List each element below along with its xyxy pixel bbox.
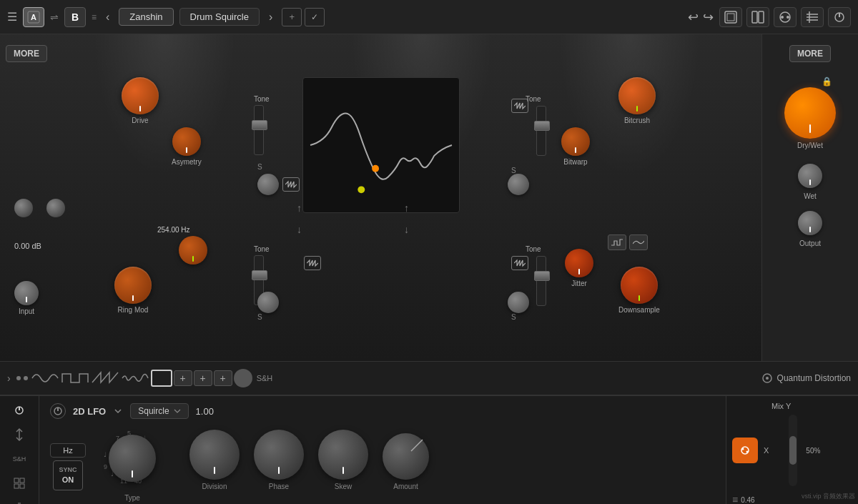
type-knob[interactable] (109, 435, 156, 482)
add-modulation-button[interactable]: + (282, 8, 302, 26)
amount-knob-group: Amount (383, 433, 429, 490)
view-1-button[interactable] (719, 7, 742, 27)
downsample-knob[interactable] (621, 267, 658, 304)
view-3-button[interactable] (774, 7, 797, 27)
shape-sine-btn[interactable] (31, 370, 59, 387)
scrollbar[interactable] (789, 415, 797, 486)
asymetry-knob[interactable] (172, 127, 201, 156)
division-knob-group: Division (189, 430, 240, 490)
tone4-label: Tone (526, 245, 541, 253)
s-label-4[interactable]: S (511, 313, 516, 321)
power-button[interactable] (828, 7, 851, 27)
right-tone1-fader[interactable] (536, 106, 546, 156)
lfo-shape-bar: › + + + S&H (0, 361, 858, 395)
power-icon[interactable] (9, 402, 29, 419)
fx-x-button[interactable] (732, 438, 758, 463)
settings-icon[interactable]: ≡ (92, 12, 97, 22)
right-panel: Tone Tone S S Bitcrush (504, 34, 761, 361)
grid-icon[interactable] (9, 475, 29, 492)
more-button-left[interactable]: MORE (6, 45, 47, 62)
jitter-knob[interactable] (565, 249, 593, 277)
preset-b-button[interactable]: B (64, 7, 86, 27)
scroll-up-right[interactable]: ↑ (404, 202, 409, 214)
add-shape-btn-2[interactable]: + (194, 370, 212, 386)
tone-sm-knob-4-ctrl[interactable] (508, 292, 529, 313)
amount-knob-wrap (383, 433, 429, 480)
downsample-label: Downsample (618, 306, 660, 314)
preset-name[interactable]: Zanshin (119, 8, 173, 26)
ringmod-knob[interactable] (114, 267, 152, 304)
transfer-icon[interactable]: ⇌ (50, 11, 59, 23)
scrollbar-thumb[interactable] (789, 436, 797, 465)
right-tone2-thumb[interactable] (534, 271, 550, 281)
svg-point-20 (766, 377, 769, 380)
drywet-indicator (809, 124, 811, 133)
circle-btn[interactable] (234, 369, 252, 387)
undo-button[interactable]: ↩ (688, 9, 699, 25)
preset-variant[interactable]: Drum Squircle (179, 8, 260, 26)
input-knob-container: Input (14, 281, 39, 315)
small-knob-2[interactable] (46, 199, 65, 217)
arrow-icon[interactable] (9, 426, 29, 443)
main-area: MORE Drive Asymetry 0.00 dB (0, 34, 858, 361)
sh-icon[interactable]: S&H (9, 450, 29, 468)
wet-knob[interactable] (798, 164, 822, 188)
drywet-label: Dry/Wet (797, 142, 823, 149)
sync-button[interactable]: SYNC ON (53, 460, 83, 490)
output-knob[interactable] (798, 211, 822, 235)
waveform-display[interactable] (302, 77, 460, 213)
bitcrush-knob[interactable] (618, 77, 656, 114)
preset-a-button[interactable]: A (23, 7, 44, 27)
lfo-squircle-dropdown[interactable]: Squircle (130, 403, 188, 419)
svg-point-38 (742, 448, 744, 450)
bottom-bar: S&H 2D LFO Squircle 1.00 (0, 395, 858, 504)
shape-square-btn[interactable] (61, 370, 89, 387)
hz-btn[interactable]: Hz (50, 443, 86, 458)
right-tone2-fader[interactable] (536, 256, 546, 306)
lock-icon[interactable]: 🔒 (822, 76, 832, 87)
add-shape-btn-3[interactable]: + (214, 370, 232, 386)
jitter-label: Jitter (571, 280, 587, 287)
bitwarp-knob[interactable] (561, 127, 590, 156)
skew-knob[interactable] (318, 430, 368, 480)
value-046: 0.46 (741, 496, 754, 504)
freq-knob[interactable] (179, 236, 207, 265)
waveform-toggle-rp[interactable] (511, 256, 528, 270)
scroll-down-right[interactable]: ↓ (404, 224, 409, 235)
confirm-button[interactable]: ✓ (305, 8, 325, 26)
step-icon-1[interactable] (608, 234, 626, 250)
input-knob[interactable] (14, 281, 39, 305)
toolbar-icons: ↩ ↪ (688, 9, 714, 25)
lfo-shape-arrow[interactable]: › (7, 372, 11, 384)
percent-50: 50% (806, 447, 820, 455)
next-preset-button[interactable]: › (265, 9, 276, 25)
drywet-knob[interactable] (784, 87, 836, 139)
view-4-button[interactable] (801, 7, 824, 27)
step-icon-2[interactable] (629, 234, 648, 250)
shape-saw-btn[interactable] (91, 370, 119, 387)
shape-dots-icon[interactable] (15, 371, 29, 385)
right-tone1-thumb[interactable] (534, 121, 550, 131)
svg-point-8 (786, 16, 789, 19)
lfo-power-button[interactable] (50, 403, 66, 419)
menu-dots-icon[interactable]: ≡ (732, 494, 738, 504)
view-2-button[interactable] (746, 7, 769, 27)
shape-square-active-btn[interactable] (151, 370, 172, 387)
phase-knob[interactable] (254, 430, 304, 480)
asymetry-label: Asymetry (172, 158, 202, 166)
amount-knob[interactable] (383, 433, 429, 480)
tone-sm-knob-3-ctrl[interactable] (508, 174, 529, 195)
prev-preset-button[interactable]: ‹ (102, 9, 113, 25)
waveform-toggle-center[interactable] (304, 256, 321, 270)
division-knob[interactable] (189, 430, 240, 480)
more-button-right[interactable]: MORE (789, 45, 831, 62)
lfo-expand-icon[interactable] (113, 406, 123, 416)
menu-icon[interactable]: ☰ (7, 10, 17, 24)
redo-button[interactable]: ↪ (703, 9, 714, 25)
delete-icon[interactable] (9, 499, 29, 504)
add-shape-btn-1[interactable]: + (174, 370, 192, 386)
small-knob-1[interactable] (14, 199, 33, 217)
bottom-left-icons: S&H (0, 396, 39, 504)
shape-squiggle-btn[interactable] (121, 370, 149, 387)
drive-knob[interactable] (122, 77, 159, 114)
